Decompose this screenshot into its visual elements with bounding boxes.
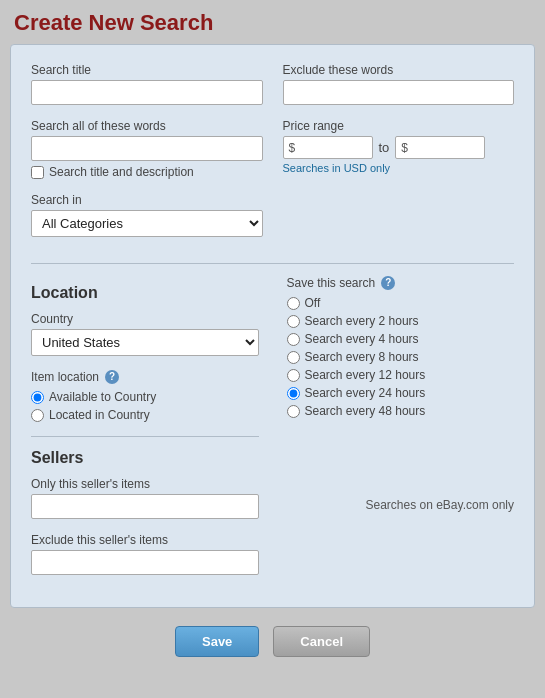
save-2h-row: Search every 2 hours — [287, 314, 515, 328]
search-in-label: Search in — [31, 193, 263, 207]
price-from-input[interactable] — [297, 140, 357, 155]
only-seller-group: Only this seller's items — [31, 477, 259, 519]
top-section: Search title Phone Cases Search all of t… — [31, 63, 514, 251]
save-24h-label: Search every 24 hours — [305, 386, 426, 400]
cancel-button[interactable]: Cancel — [273, 626, 370, 657]
search-title-desc-label: Search title and description — [49, 165, 194, 179]
location-title: Location — [31, 284, 259, 302]
available-to-country-label: Available to Country — [49, 390, 156, 404]
available-to-country-row: Available to Country — [31, 390, 259, 404]
ebay-note: Searches on eBay.com only — [287, 498, 515, 512]
exclude-words-label: Exclude these words — [283, 63, 515, 77]
save-48h-row: Search every 48 hours — [287, 404, 515, 418]
left-col-bottom: Location Country United States Item loca… — [31, 280, 259, 589]
save-8h-radio[interactable] — [287, 351, 300, 364]
divider-1 — [31, 263, 514, 264]
form-panel: Search title Phone Cases Search all of t… — [10, 44, 535, 608]
country-label: Country — [31, 312, 259, 326]
right-col-top: Exclude these words Price range $ to $ — [283, 63, 515, 251]
only-seller-label: Only this seller's items — [31, 477, 259, 491]
item-location-info-icon[interactable]: ? — [105, 370, 119, 384]
right-col-bottom: Save this search ? Off Search every 2 ho… — [279, 276, 515, 589]
save-2h-radio[interactable] — [287, 315, 300, 328]
search-words-label: Search all of these words — [31, 119, 263, 133]
search-in-group: Search in All Categories — [31, 193, 263, 237]
country-select[interactable]: United States — [31, 329, 259, 356]
price-range-group: Price range $ to $ Searches in USD only — [283, 119, 515, 174]
price-to-wrap: $ — [395, 136, 485, 159]
search-title-input[interactable]: Phone Cases — [31, 80, 263, 105]
exclude-words-group: Exclude these words — [283, 63, 515, 105]
page-title: Create New Search — [10, 10, 535, 36]
save-4h-row: Search every 4 hours — [287, 332, 515, 346]
item-location-group: Item location ? Available to Country Loc… — [31, 370, 259, 422]
search-in-select[interactable]: All Categories — [31, 210, 263, 237]
exclude-seller-group: Exclude this seller's items — [31, 533, 259, 575]
price-row: $ to $ — [283, 136, 515, 159]
exclude-seller-label: Exclude this seller's items — [31, 533, 259, 547]
save-12h-label: Search every 12 hours — [305, 368, 426, 382]
save-search-label-row: Save this search ? — [287, 276, 515, 290]
price-to-label: to — [379, 140, 390, 155]
country-group: Country United States — [31, 312, 259, 356]
page-wrapper: Create New Search Search title Phone Cas… — [0, 0, 545, 698]
item-location-label: Item location ? — [31, 370, 259, 384]
save-search-text: Save this search — [287, 276, 376, 290]
save-24h-radio[interactable] — [287, 387, 300, 400]
save-48h-radio[interactable] — [287, 405, 300, 418]
bottom-buttons: Save Cancel — [175, 626, 370, 657]
located-in-country-radio[interactable] — [31, 409, 44, 422]
save-12h-row: Search every 12 hours — [287, 368, 515, 382]
located-in-country-row: Located in Country — [31, 408, 259, 422]
bottom-section: Location Country United States Item loca… — [31, 276, 514, 589]
available-to-country-radio[interactable] — [31, 391, 44, 404]
save-8h-label: Search every 8 hours — [305, 350, 419, 364]
save-4h-label: Search every 4 hours — [305, 332, 419, 346]
usd-note: Searches in USD only — [283, 162, 515, 174]
left-col-top: Search title Phone Cases Search all of t… — [31, 63, 263, 251]
located-in-country-label: Located in Country — [49, 408, 150, 422]
search-title-group: Search title Phone Cases — [31, 63, 263, 105]
price-to-input[interactable] — [410, 140, 470, 155]
search-words-group: Search all of these words iPhone 4S case… — [31, 119, 263, 179]
save-24h-row: Search every 24 hours — [287, 386, 515, 400]
save-search-info-icon[interactable]: ? — [381, 276, 395, 290]
divider-sellers — [31, 436, 259, 437]
only-seller-input[interactable] — [31, 494, 259, 519]
exclude-seller-input[interactable] — [31, 550, 259, 575]
price-to-symbol: $ — [401, 141, 408, 155]
sellers-title: Sellers — [31, 449, 259, 467]
save-off-label: Off — [305, 296, 321, 310]
save-2h-label: Search every 2 hours — [305, 314, 419, 328]
exclude-words-input[interactable] — [283, 80, 515, 105]
search-words-input[interactable]: iPhone 4S cases — [31, 136, 263, 161]
save-button[interactable]: Save — [175, 626, 259, 657]
price-range-label: Price range — [283, 119, 515, 133]
save-12h-radio[interactable] — [287, 369, 300, 382]
search-title-desc-checkbox[interactable] — [31, 166, 44, 179]
save-off-radio[interactable] — [287, 297, 300, 310]
save-48h-label: Search every 48 hours — [305, 404, 426, 418]
price-from-symbol: $ — [289, 141, 296, 155]
save-off-row: Off — [287, 296, 515, 310]
save-4h-radio[interactable] — [287, 333, 300, 346]
price-from-wrap: $ — [283, 136, 373, 159]
search-title-label: Search title — [31, 63, 263, 77]
search-title-desc-row: Search title and description — [31, 165, 263, 179]
save-8h-row: Search every 8 hours — [287, 350, 515, 364]
